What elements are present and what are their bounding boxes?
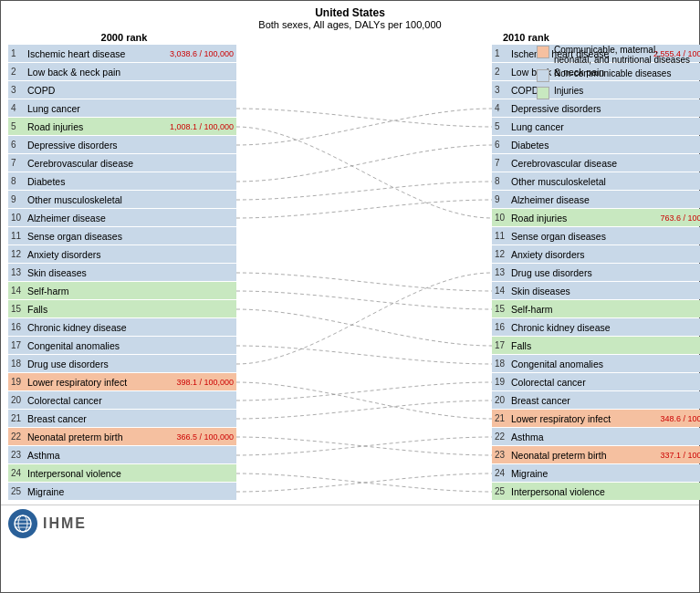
list-item: 20Breast cancer (492, 391, 700, 409)
row-label: Road injuries (27, 121, 168, 132)
row-label: Chronic kidney disease (511, 322, 700, 333)
row-label: Asthma (511, 432, 700, 442)
list-item: 20Colorectal cancer (8, 391, 236, 409)
row-label: Skin diseases (511, 286, 700, 296)
ihme-globe-icon (14, 515, 32, 533)
row-label: Neonatal preterm birth (511, 450, 658, 461)
list-item: 16Chronic kidney disease (8, 318, 236, 336)
row-label: Migraine (511, 468, 700, 479)
list-item: 4Lung cancer (8, 99, 236, 117)
row-value: 763.6 / 100,000 (660, 213, 700, 223)
row-label: Falls (27, 304, 234, 315)
list-item: 13Skin diseases (8, 264, 236, 281)
row-number: 1 (495, 48, 511, 58)
row-number: 24 (495, 468, 511, 478)
row-label: Low back & neck pain (27, 67, 234, 78)
list-item: 16Chronic kidney disease (492, 318, 700, 336)
legend-item: Non-communicable diseases (537, 68, 692, 82)
ihme-text-label: IHME (43, 515, 87, 532)
row-number: 16 (495, 322, 511, 332)
list-item: 22Asthma (492, 428, 700, 445)
row-label: Lower respiratory infect (27, 377, 174, 388)
row-label: Congenital anomalies (27, 340, 234, 351)
row-number: 17 (11, 340, 27, 350)
list-item: 17Falls (492, 337, 700, 354)
row-label: Sense organ diseases (511, 231, 700, 242)
list-item: 25Migraine (8, 483, 236, 500)
rank-change-line (236, 382, 492, 419)
row-number: 9 (495, 194, 511, 204)
list-item: 25Interpersonal violence (492, 483, 700, 500)
row-label: Congenital anomalies (511, 359, 700, 369)
row-label: Alzheimer disease (511, 194, 700, 205)
rank-change-line (236, 473, 492, 492)
row-label: Interpersonal violence (511, 486, 700, 497)
legend-label: Communicable, maternal, neonatal, and nu… (554, 45, 692, 65)
list-item: 6Depressive disorders (8, 136, 236, 153)
row-label: Breast cancer (27, 413, 234, 424)
list-item: 24Interpersonal violence (8, 464, 236, 482)
list-item: 12Anxiety disorders (492, 245, 700, 263)
row-label: Other musculoskeletal (511, 176, 700, 187)
row-label: Neonatal preterm birth (27, 432, 174, 442)
chart-header: United States Both sexes, All ages, DALY… (1, 1, 699, 32)
rank-change-line (236, 382, 492, 401)
main-container: United States Both sexes, All ages, DALY… (0, 0, 700, 593)
row-label: Lung cancer (511, 121, 700, 132)
main-content-area: 1Ischemic heart disease3,038.6 / 100,000… (1, 45, 699, 501)
list-item: 17Congenital anomalies (8, 337, 236, 354)
row-label: Cerebrovascular disease (511, 158, 700, 169)
list-item: 14Skin diseases (492, 282, 700, 299)
row-label: Breast cancer (511, 395, 700, 406)
list-item: 23Neonatal preterm birth337.1 / 100,000 (492, 446, 700, 463)
right-column: 1Ischemic heart disease2,555.4 / 100,000… (492, 45, 700, 501)
legend-color-box (537, 69, 549, 82)
row-number: 8 (495, 176, 511, 186)
list-item: 14Self-harm (8, 282, 236, 299)
list-item: 9Alzheimer disease (492, 191, 700, 208)
rank-change-line (236, 401, 492, 419)
rank-change-line (236, 291, 492, 309)
legend-color-box (537, 46, 549, 58)
row-label: Chronic kidney disease (27, 322, 234, 333)
row-label: COPD (27, 85, 234, 96)
row-number: 21 (11, 413, 27, 423)
row-label: Other musculoskeletal (27, 194, 234, 205)
row-number: 6 (11, 140, 27, 150)
list-item: 8Other musculoskeletal (492, 172, 700, 190)
rank-change-line (236, 437, 492, 455)
row-number: 24 (11, 468, 27, 478)
row-number: 20 (11, 395, 27, 405)
row-number: 21 (495, 413, 511, 423)
row-number: 15 (495, 304, 511, 314)
bottom-bar: IHME (1, 505, 699, 542)
row-number: 15 (11, 304, 27, 314)
connector-lines (236, 45, 492, 501)
list-item: 13Drug use disorders (492, 264, 700, 281)
row-number: 20 (495, 395, 511, 405)
list-item: 23Asthma (8, 446, 236, 463)
right-col-header: 2010 rank (503, 32, 549, 43)
list-item: 5Lung cancer (492, 118, 700, 135)
row-number: 2 (495, 67, 511, 77)
rank-change-lines (236, 45, 492, 510)
row-label: Diabetes (511, 140, 700, 151)
legend-color-box (537, 87, 549, 99)
legend: Communicable, maternal, neonatal, and nu… (537, 45, 692, 103)
row-label: Drug use disorders (511, 267, 700, 278)
row-number: 13 (495, 267, 511, 277)
list-item: 22Neonatal preterm birth366.5 / 100,000 (8, 428, 236, 445)
row-label: Alzheimer disease (27, 213, 234, 224)
row-label: Colorectal cancer (27, 395, 234, 406)
row-label: Skin diseases (27, 267, 234, 278)
row-number: 7 (495, 158, 511, 168)
row-number: 11 (11, 231, 27, 241)
row-number: 10 (11, 213, 27, 223)
row-value: 337.1 / 100,000 (660, 451, 700, 460)
list-item: 7Cerebrovascular disease (8, 154, 236, 172)
list-item: 15Self-harm (492, 300, 700, 317)
list-item: 11Sense organ diseases (8, 227, 236, 244)
list-item: 9Other musculoskeletal (8, 191, 236, 208)
row-number: 2 (11, 67, 27, 77)
chart-title: United States (1, 6, 699, 19)
